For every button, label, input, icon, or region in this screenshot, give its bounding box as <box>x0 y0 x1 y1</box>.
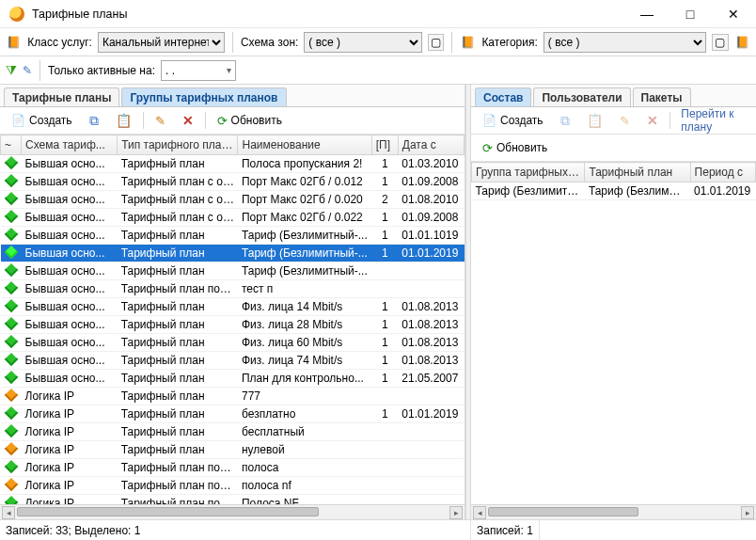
edit-button-r[interactable]: ✎ <box>614 110 636 131</box>
tab-tariff-plans[interactable]: Тарифные планы <box>4 87 119 106</box>
right-col-header[interactable]: Группа тарифных п... <box>472 163 585 183</box>
edit-button[interactable]: ✎ <box>150 110 171 131</box>
table-row[interactable]: Тариф (Безлимитн...Тариф (Безлимитн...01… <box>472 183 756 200</box>
scroll-track[interactable] <box>488 507 739 518</box>
scroll-right-icon[interactable]: ▸ <box>741 506 754 519</box>
cell <box>1 173 22 191</box>
scroll-track[interactable] <box>17 507 448 518</box>
cell: Тарифный план полос... <box>118 495 238 505</box>
left-col-header[interactable]: Дата с <box>398 135 464 155</box>
cell: Бывшая осно... <box>22 209 118 227</box>
refresh-button[interactable]: ⟳ Обновить <box>212 110 288 131</box>
tab-packages[interactable]: Пакеты <box>633 87 691 106</box>
chevron-down-icon: ▾ <box>227 65 231 75</box>
table-row[interactable]: Бывшая осно...Тарифный план полос...тест… <box>1 280 465 298</box>
table-row[interactable]: Логика IPТарифный планнулевой <box>1 441 465 459</box>
split-pane: Тарифные планы Группы тарифных планов 📄 … <box>0 85 756 519</box>
right-col-header[interactable]: Период с <box>690 163 755 183</box>
tab-tariff-groups[interactable]: Группы тарифных планов <box>121 87 286 106</box>
table-row[interactable]: Бывшая осно...Тарифный план с огр...Порт… <box>1 209 465 227</box>
create-button-r[interactable]: 📄 Создать <box>477 110 549 131</box>
cell: нулевой <box>238 441 371 459</box>
cell: Тарифный план <box>118 423 238 441</box>
status-bar: Записей: 33; Выделено: 1 Записей: 1 <box>0 519 756 540</box>
table-row[interactable]: Бывшая осно...Тарифный планТариф (Безлим… <box>1 245 465 262</box>
funnel-icon[interactable]: ⧩ <box>6 62 17 78</box>
cell <box>398 280 464 298</box>
left-col-header[interactable]: [П] <box>371 135 398 155</box>
cell: Тарифный план <box>118 316 238 334</box>
table-row[interactable]: Бывшая осно...Тарифный планПлан для конт… <box>1 370 465 388</box>
copy-button-r[interactable]: ⧉ <box>555 110 575 131</box>
scroll-left-icon[interactable]: ◂ <box>2 506 15 519</box>
table-row[interactable]: Логика IPТарифный план полос...полоса <box>1 459 465 477</box>
scroll-right-icon[interactable]: ▸ <box>449 506 463 519</box>
cell: 01.01.2019 <box>398 245 464 262</box>
class-select[interactable]: Канальный интернет <box>98 32 225 53</box>
category-select[interactable]: ( все ) <box>543 32 706 53</box>
left-col-header[interactable]: Схема тариф... <box>22 135 118 155</box>
table-row[interactable]: Бывшая осно...Тарифный планПолоса пропус… <box>1 155 465 173</box>
paste-button[interactable]: 📋 <box>110 110 137 131</box>
right-col-header[interactable]: Тарифный план <box>585 163 690 183</box>
table-row[interactable]: Бывшая осно...Тарифный планФиз. лица 14 … <box>1 298 465 316</box>
left-col-header[interactable]: Тип тарифного плана <box>118 135 238 155</box>
cell: Бывшая осно... <box>22 352 118 370</box>
left-col-header[interactable]: ~ <box>1 135 22 155</box>
delete-button-r[interactable]: ✕ <box>641 110 664 131</box>
table-row[interactable]: Бывшая осно...Тарифный план с огр...Порт… <box>1 191 465 209</box>
cell: Тарифный план полос... <box>118 280 238 298</box>
right-hscroll[interactable]: ◂ ▸ <box>471 504 756 519</box>
cell: Тариф (Безлимитный-... <box>238 262 371 280</box>
active-date-input[interactable]: . . ▾ <box>161 60 236 81</box>
table-row[interactable]: Бывшая осно...Тарифный планТариф (Безлим… <box>1 262 465 280</box>
separator <box>669 112 670 129</box>
cell: Физ. лица 74 Mbit/s <box>238 352 371 370</box>
table-row[interactable]: Логика IPТарифный план полос...Полоса NF <box>1 495 465 505</box>
cell: 1 <box>371 352 398 370</box>
filter-config-icon[interactable]: ✎ <box>23 64 32 77</box>
maximize-button[interactable]: □ <box>677 7 703 22</box>
left-hscroll[interactable]: ◂ ▸ <box>0 504 465 519</box>
cell <box>371 423 398 441</box>
table-row[interactable]: Бывшая осно...Тарифный планФиз. лица 28 … <box>1 316 465 334</box>
cell <box>371 441 398 459</box>
close-button[interactable]: ✕ <box>720 7 747 22</box>
paste-button-r[interactable]: 📋 <box>581 110 608 131</box>
right-grid[interactable]: Группа тарифных п...Тарифный планПериод … <box>471 162 756 504</box>
left-col-header[interactable]: Наименование <box>238 135 371 155</box>
table-row[interactable]: Логика IPТарифный план777 <box>1 388 465 405</box>
delete-button[interactable]: ✕ <box>177 110 199 131</box>
scroll-left-icon[interactable]: ◂ <box>473 506 486 519</box>
divider <box>451 32 452 53</box>
cell <box>1 262 22 280</box>
refresh-button-r[interactable]: ⟳ Обновить <box>477 137 553 158</box>
table-row[interactable]: Логика IPТарифный план полос...полоса nf <box>1 477 465 495</box>
tab-composition[interactable]: Состав <box>475 87 531 106</box>
table-row[interactable]: Бывшая осно...Тарифный планТариф (Безлим… <box>1 227 465 245</box>
scroll-thumb[interactable] <box>17 507 319 516</box>
category-clear-button[interactable]: ▢ <box>712 34 728 51</box>
scroll-thumb[interactable] <box>488 507 638 516</box>
table-row[interactable]: Логика IPТарифный планбесплатный <box>1 423 465 441</box>
copy-button[interactable]: ⧉ <box>84 110 104 131</box>
cell: Логика IP <box>22 459 118 477</box>
cell <box>1 245 22 262</box>
zones-select[interactable]: ( все ) <box>304 32 421 53</box>
goto-plan-link[interactable]: Перейти к плану <box>675 110 750 131</box>
zones-clear-button[interactable]: ▢ <box>428 34 444 51</box>
table-row[interactable]: Бывшая осно...Тарифный план с огр...Порт… <box>1 173 465 191</box>
cell <box>398 423 464 441</box>
create-button[interactable]: 📄 Создать <box>6 110 78 131</box>
left-grid[interactable]: ~Схема тариф...Тип тарифного планаНаимен… <box>0 135 465 504</box>
cell <box>371 495 398 505</box>
cell: Тарифный план <box>118 388 238 405</box>
tab-users[interactable]: Пользователи <box>533 87 630 106</box>
table-row[interactable]: Бывшая осно...Тарифный планФиз. лица 60 … <box>1 334 465 352</box>
status-diamond-icon <box>4 371 17 384</box>
table-row[interactable]: Логика IPТарифный планбезплатно101.01.20… <box>1 405 465 423</box>
table-row[interactable]: Бывшая осно...Тарифный планФиз. лица 74 … <box>1 352 465 370</box>
cell <box>1 155 22 173</box>
minimize-button[interactable]: — <box>634 7 660 22</box>
cell: 01.08.2010 <box>398 191 464 209</box>
